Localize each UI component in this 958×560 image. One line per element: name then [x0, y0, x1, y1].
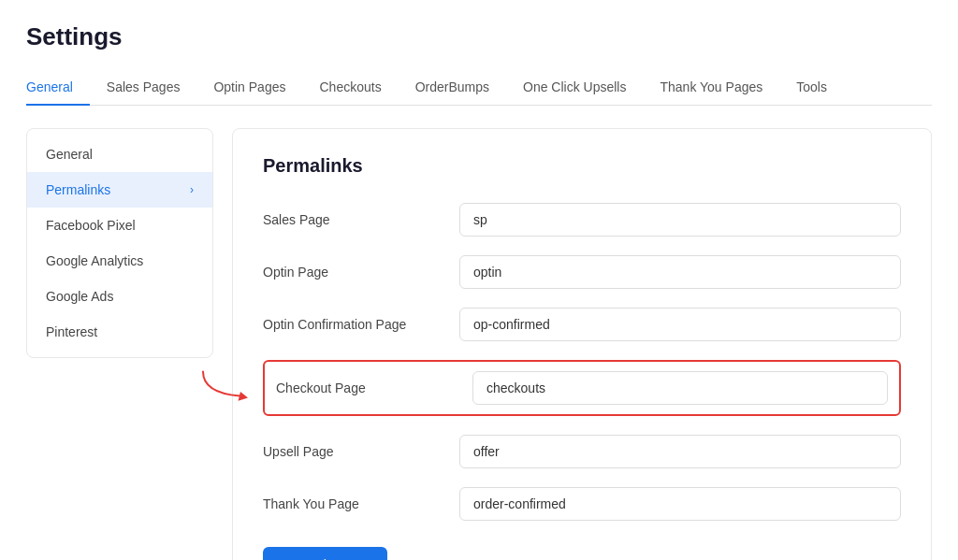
chevron-right-icon: ›	[190, 183, 194, 196]
form-label-thank-you-page: Thank You Page	[263, 496, 459, 511]
form-row-sales-page: Sales Page	[263, 203, 901, 237]
top-tab-orderbumps[interactable]: OrderBumps	[399, 70, 506, 106]
sidebar-item-google-analytics[interactable]: Google Analytics	[27, 243, 212, 279]
sidebar-item-label-google-ads: Google Ads	[46, 289, 113, 304]
form-label-upsell-page: Upsell Page	[263, 444, 459, 459]
form-label-optin-confirmation-page: Optin Confirmation Page	[263, 317, 459, 332]
page-title: Settings	[26, 22, 932, 51]
form-input-checkout-page[interactable]	[472, 371, 888, 405]
top-tab-general[interactable]: General	[26, 70, 90, 106]
form-label-optin-page: Optin Page	[263, 265, 459, 280]
main-panel: Permalinks Sales PageOptin PageOptin Con…	[232, 128, 932, 560]
form-row-optin-page: Optin Page	[263, 255, 901, 289]
sidebar-item-general[interactable]: General	[27, 136, 212, 172]
sidebar-item-google-ads[interactable]: Google Ads	[27, 279, 212, 314]
form-label-checkout-page: Checkout Page	[276, 381, 472, 395]
sidebar-item-label-facebook-pixel: Facebook Pixel	[46, 218, 136, 233]
form-label-sales-page: Sales Page	[263, 212, 459, 227]
sidebar-item-facebook-pixel[interactable]: Facebook Pixel	[27, 208, 212, 243]
form-input-optin-confirmation-page[interactable]	[459, 308, 901, 341]
sidebar-item-label-pinterest: Pinterest	[46, 324, 97, 339]
sidebar-item-label-general: General	[46, 147, 93, 162]
save-changes-button[interactable]: Save changes	[263, 547, 387, 560]
form-row-checkout-page: Checkout Page	[263, 360, 901, 416]
top-tab-optin-pages[interactable]: Optin Pages	[196, 70, 302, 106]
form-input-thank-you-page[interactable]	[459, 487, 901, 521]
top-tabs: GeneralSales PagesOptin PagesCheckoutsOr…	[26, 70, 932, 106]
sidebar-item-label-google-analytics: Google Analytics	[46, 253, 143, 268]
form-input-upsell-page[interactable]	[459, 435, 901, 468]
top-tab-thank-you-pages[interactable]: Thank You Pages	[643, 70, 779, 106]
panel-title: Permalinks	[263, 155, 901, 177]
sidebar-item-pinterest[interactable]: Pinterest	[27, 314, 212, 350]
form-fields: Sales PageOptin PageOptin Confirmation P…	[263, 203, 901, 521]
content-area: GeneralPermalinks›Facebook PixelGoogle A…	[26, 128, 932, 560]
sidebar-item-label-permalinks: Permalinks	[46, 182, 110, 197]
top-tab-checkouts[interactable]: Checkouts	[302, 70, 398, 106]
top-tab-one-click-upsells[interactable]: One Click Upsells	[506, 70, 643, 106]
sidebar-item-permalinks[interactable]: Permalinks›	[27, 172, 212, 208]
form-input-optin-page[interactable]	[459, 255, 901, 289]
svg-marker-0	[239, 392, 248, 401]
top-tab-tools[interactable]: Tools	[779, 70, 844, 106]
sidebar: GeneralPermalinks›Facebook PixelGoogle A…	[26, 128, 213, 358]
form-input-sales-page[interactable]	[459, 203, 901, 237]
form-row-upsell-page: Upsell Page	[263, 435, 901, 468]
form-row-thank-you-page: Thank You Page	[263, 487, 901, 521]
form-row-optin-confirmation-page: Optin Confirmation Page	[263, 308, 901, 341]
arrow-indicator	[197, 368, 254, 409]
top-tab-sales-pages[interactable]: Sales Pages	[90, 70, 197, 106]
